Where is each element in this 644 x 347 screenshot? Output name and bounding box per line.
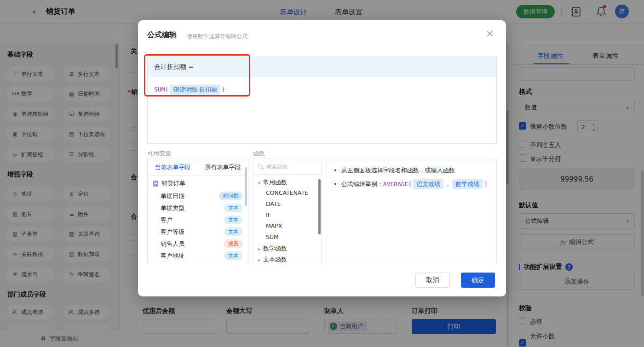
type-badge: 文本 bbox=[224, 251, 242, 260]
variables-scrollbar[interactable] bbox=[245, 167, 247, 206]
chevron-down-icon: ▾ bbox=[258, 180, 260, 185]
type-badge: 文本 bbox=[224, 216, 242, 224]
annotation-highlight-box bbox=[144, 54, 250, 97]
functions-scrollbar[interactable] bbox=[318, 179, 321, 234]
variable-row[interactable]: 客户地址文本 bbox=[161, 251, 242, 260]
chevron-right-icon: ▸ bbox=[258, 246, 260, 251]
function-group-text[interactable]: ▸文本函数 bbox=[258, 256, 287, 264]
close-icon[interactable]: × bbox=[486, 28, 494, 39]
cancel-button[interactable]: 取消 bbox=[415, 273, 450, 288]
functions-panel: ▾常用函数 CONCATENATE DATE IF MAPX SUM ▸数学函数… bbox=[253, 159, 322, 264]
function-item[interactable]: CONCATENATE bbox=[266, 189, 308, 196]
function-group-math[interactable]: ▸数学函数 bbox=[258, 245, 287, 253]
variables-panel: 当前表单字段 所有表单字段 销货订单 单据日期时间戳 单据类型文本 客户文本 客… bbox=[147, 159, 248, 264]
variable-tree-root[interactable]: 销货订单 bbox=[153, 179, 185, 188]
file-icon bbox=[153, 181, 158, 187]
type-badge: 文本 bbox=[224, 204, 242, 212]
function-search-input[interactable] bbox=[266, 164, 312, 170]
variable-row[interactable]: 客户等级文本 bbox=[161, 228, 242, 236]
dialog-title: 公式编辑 bbox=[147, 30, 177, 40]
functions-label: 函数 bbox=[253, 149, 265, 158]
chevron-right-icon: ▸ bbox=[258, 257, 260, 262]
hint-example-line: 公式编辑举例：AVERAGE(语文成绩，数学成绩) bbox=[334, 179, 488, 189]
type-badge: 成员 bbox=[224, 239, 242, 248]
type-badge: 时间戳 bbox=[219, 192, 242, 200]
example-field-chip: 语文成绩 bbox=[413, 179, 443, 189]
type-badge: 文本 bbox=[224, 228, 242, 236]
variable-row[interactable]: 单据日期时间戳 bbox=[161, 192, 242, 200]
hint-line: 从左侧面板选择字段名和函数，或输入函数 bbox=[334, 166, 455, 175]
variable-row[interactable]: 单据类型文本 bbox=[161, 204, 242, 212]
tab-current-form-fields[interactable]: 当前表单字段 bbox=[148, 159, 198, 175]
function-item[interactable]: DATE bbox=[266, 200, 281, 207]
dialog-subtitle: 使用数学运算符编辑公式 bbox=[187, 33, 247, 40]
function-item[interactable]: MAPX bbox=[266, 222, 282, 229]
tab-all-form-fields[interactable]: 所有表单字段 bbox=[198, 159, 248, 175]
hints-panel: 从左侧面板选择字段名和函数，或输入函数 公式编辑举例：AVERAGE(语文成绩，… bbox=[327, 159, 497, 264]
variables-label: 可用变量 bbox=[147, 149, 171, 158]
confirm-button[interactable]: 确定 bbox=[461, 273, 495, 288]
variable-row[interactable]: 客户文本 bbox=[161, 216, 242, 224]
function-item[interactable]: SUM bbox=[266, 233, 279, 240]
function-item[interactable]: IF bbox=[266, 211, 271, 218]
example-field-chip: 数学成绩 bbox=[452, 179, 483, 189]
function-group-common[interactable]: ▾常用函数 bbox=[258, 178, 287, 187]
search-icon bbox=[258, 165, 263, 169]
variable-row[interactable]: 销售人员成员 bbox=[161, 239, 242, 248]
